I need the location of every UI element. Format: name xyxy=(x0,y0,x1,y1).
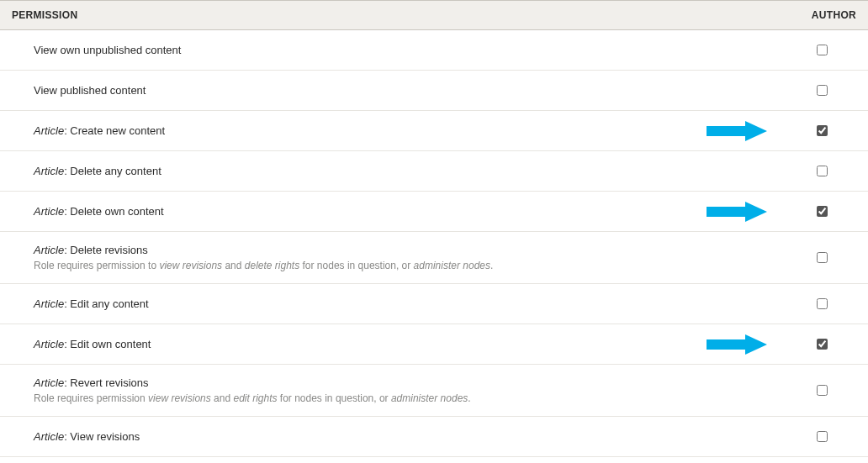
permission-cell: Article: Edit own content . xyxy=(0,324,775,365)
permission-prefix: Article xyxy=(34,376,64,389)
col-header-role: AUTHOR xyxy=(775,1,868,30)
table-row: Article: Delete any content . xyxy=(0,151,868,192)
desc-em-2: edit rights xyxy=(233,392,277,404)
permission-prefix: Article xyxy=(34,244,64,256)
permission-label: : Revert revisions xyxy=(64,376,148,389)
permission-prefix: Article xyxy=(34,205,64,218)
permission-label: : Edit own content xyxy=(64,338,151,350)
permission-cell: Article: Revert revisions Role requires … xyxy=(0,365,775,417)
desc-em-3: administer nodes xyxy=(414,260,490,271)
desc-text-3: for nodes in question, or xyxy=(278,392,391,404)
permission-description: Role requires permission to view revisio… xyxy=(34,260,764,271)
table-row: Article: Delete revisions Role requires … xyxy=(0,232,868,284)
role-cell xyxy=(775,151,868,192)
permission-cell: Article: Delete revisions Role requires … xyxy=(0,232,775,284)
desc-em-3: administer nodes xyxy=(391,392,468,404)
permission-label: : Delete any content xyxy=(64,165,161,177)
permission-cell: Article: Edit any content . xyxy=(0,284,775,324)
desc-em-2: delete rights xyxy=(245,260,299,271)
permission-label: : Delete revisions xyxy=(64,244,148,256)
permission-checkbox[interactable] xyxy=(817,298,828,309)
role-cell xyxy=(775,30,868,71)
role-cell xyxy=(775,232,868,284)
permission-checkbox[interactable] xyxy=(817,431,828,442)
table-row: View own unpublished content . xyxy=(0,30,868,71)
permission-cell: Article: Delete own content . xyxy=(0,192,775,232)
role-cell xyxy=(775,324,868,365)
table-row: Article: Delete own content . xyxy=(0,192,868,232)
permission-cell: View published content . xyxy=(0,71,775,111)
permission-label: View published content xyxy=(34,84,146,97)
role-cell xyxy=(775,71,868,111)
table-row: Article: Edit any content . xyxy=(0,284,868,324)
arrow-right-icon xyxy=(707,121,767,141)
permission-cell: Article: View revisions . xyxy=(0,417,775,457)
desc-text-1: Role requires permission xyxy=(34,392,148,404)
permission-description: Role requires permission view revisions … xyxy=(34,392,764,404)
permission-checkbox[interactable] xyxy=(817,166,828,176)
permission-cell: Article: Create new content . xyxy=(0,111,775,151)
permission-prefix: Article xyxy=(34,430,64,443)
desc-em-1: view revisions xyxy=(148,392,211,404)
desc-text-3: for nodes in question, or xyxy=(299,260,413,271)
role-cell xyxy=(775,111,868,151)
permissions-table: PERMISSION AUTHOR View own unpublished c… xyxy=(0,0,868,457)
permission-cell: Article: Delete any content . xyxy=(0,151,775,192)
role-cell xyxy=(775,417,868,457)
permission-prefix: Article xyxy=(34,165,64,177)
table-row: Article: View revisions . xyxy=(0,417,868,457)
permission-label: View own unpublished content xyxy=(34,44,181,56)
role-cell xyxy=(775,192,868,232)
role-cell xyxy=(775,284,868,324)
permission-label: : Edit any content xyxy=(64,297,148,310)
desc-period: . xyxy=(490,260,493,271)
permission-checkbox[interactable] xyxy=(817,85,828,96)
desc-em-1: view revisions xyxy=(159,260,222,271)
table-header-row: PERMISSION AUTHOR xyxy=(0,1,868,30)
table-row: View published content . xyxy=(0,71,868,111)
arrow-right-icon xyxy=(707,202,767,222)
permission-label: : Create new content xyxy=(64,124,165,137)
permission-checkbox[interactable] xyxy=(817,125,828,136)
desc-text-2: and xyxy=(211,392,234,404)
permission-prefix: Article xyxy=(34,124,64,137)
desc-period: . xyxy=(468,392,470,404)
permission-prefix: Article xyxy=(34,338,64,350)
permission-checkbox[interactable] xyxy=(817,252,828,263)
desc-text-2: and xyxy=(222,260,245,271)
permission-label: : View revisions xyxy=(64,430,140,443)
col-header-permission: PERMISSION xyxy=(0,1,775,30)
permission-checkbox[interactable] xyxy=(817,206,828,217)
permission-checkbox[interactable] xyxy=(817,45,828,55)
permission-label: : Delete own content xyxy=(64,205,164,218)
table-row: Article: Edit own content . xyxy=(0,324,868,365)
table-row: Article: Create new content . xyxy=(0,111,868,151)
arrow-right-icon xyxy=(707,334,767,355)
role-cell xyxy=(775,365,868,417)
permission-checkbox[interactable] xyxy=(817,339,828,350)
permission-cell: View own unpublished content . xyxy=(0,30,775,71)
desc-text-1: Role requires permission to xyxy=(34,260,159,271)
permission-checkbox[interactable] xyxy=(817,385,828,396)
table-row: Article: Revert revisions Role requires … xyxy=(0,365,868,417)
permission-prefix: Article xyxy=(34,297,64,310)
